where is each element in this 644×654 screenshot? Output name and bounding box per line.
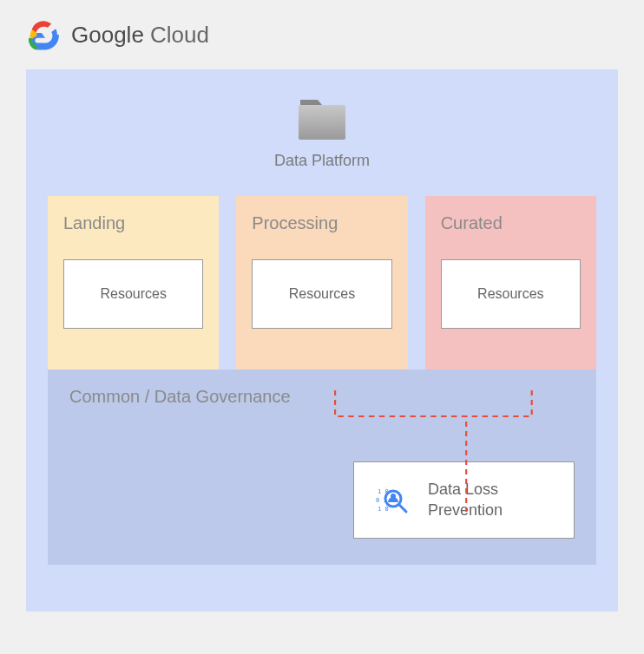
- svg-rect-0: [299, 105, 345, 140]
- brand-bold: Google: [71, 22, 144, 48]
- folder-icon: [296, 95, 348, 143]
- header-title: Google Cloud: [71, 22, 209, 49]
- page-header: Google Cloud: [26, 17, 618, 52]
- governance-section: Common / Data Governance 1 0 0 1 1 0 Dat…: [48, 370, 596, 565]
- platform-label: Data Platform: [274, 152, 370, 170]
- dlp-box: 1 0 0 1 1 0 Data Loss Prevention: [353, 461, 575, 539]
- stage-processing-title: Processing: [252, 213, 391, 233]
- stage-landing-title: Landing: [63, 213, 203, 233]
- governance-title: Common / Data Governance: [69, 387, 575, 407]
- platform-header: Data Platform: [48, 95, 596, 170]
- dlp-icon: 1 0 0 1 1 0: [376, 483, 411, 518]
- landing-resources-box: Resources: [63, 259, 203, 329]
- stages-row: Landing Resources Processing Resources C…: [48, 196, 596, 370]
- dlp-label-line2: Prevention: [428, 501, 503, 519]
- svg-text:1 0: 1 0: [378, 506, 389, 513]
- stage-processing: Processing Resources: [236, 196, 407, 370]
- processing-resources-box: Resources: [252, 259, 391, 329]
- svg-line-6: [399, 505, 406, 512]
- data-platform-container: Data Platform Landing Resources Processi…: [26, 69, 618, 611]
- stage-curated: Curated Resources: [425, 196, 596, 370]
- dlp-label-line1: Data Loss: [428, 481, 498, 498]
- curated-resources-box: Resources: [441, 259, 581, 329]
- google-cloud-icon: [26, 17, 61, 52]
- dlp-label: Data Loss Prevention: [428, 480, 503, 520]
- brand-light: Cloud: [144, 22, 209, 48]
- stage-curated-title: Curated: [441, 213, 581, 233]
- stage-landing: Landing Resources: [48, 196, 219, 370]
